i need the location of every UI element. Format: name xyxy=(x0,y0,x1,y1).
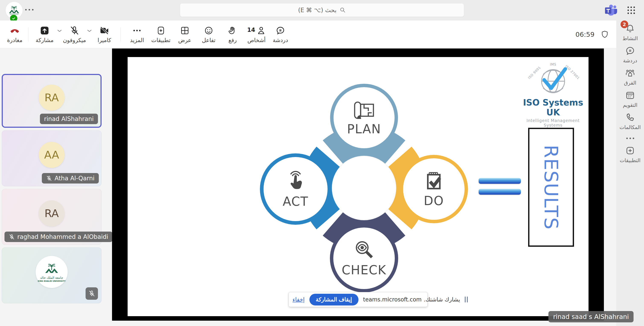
pdca-check-circle: CHECK xyxy=(330,224,398,292)
rail-more-button[interactable] xyxy=(626,138,634,139)
window-more-menu[interactable] xyxy=(25,9,34,11)
profile-avatar[interactable] xyxy=(6,2,22,19)
apps-plus-icon xyxy=(156,25,166,36)
raise-label: رفع xyxy=(228,37,237,43)
pdca-plan-label: PLAN xyxy=(347,122,381,136)
people-icon xyxy=(256,26,266,36)
rail-item-calendar[interactable]: التقويم xyxy=(616,90,644,108)
university-logo-icon xyxy=(43,262,60,276)
rail-item-calls[interactable]: المكالمات xyxy=(616,112,644,130)
globe-check-icon xyxy=(520,65,586,97)
banner-grip-icon[interactable] xyxy=(465,296,468,302)
chevron-down-icon[interactable] xyxy=(86,28,92,34)
apps-button[interactable]: تطبيقات xyxy=(149,25,173,43)
apps-plus-icon xyxy=(625,145,635,156)
more-dots-icon xyxy=(132,25,142,36)
rail-item-apps[interactable]: التطبيقات xyxy=(616,145,644,163)
activity-badge: 2 xyxy=(620,21,628,28)
app-rail: 2 النشاط دردشة الفرق التقويم xyxy=(616,21,644,326)
logo-subtitle: Intelligent Management Systems xyxy=(520,118,586,128)
participant-name-tag: raghad Mohammed a AlObaidi xyxy=(4,232,112,242)
teams-app-icon[interactable] xyxy=(604,4,618,17)
participant-tile[interactable]: RA rinad AlShahrani xyxy=(2,74,102,128)
apps-label: تطبيقات xyxy=(151,37,170,43)
react-button[interactable]: تفاعل xyxy=(197,25,221,43)
avatar: RA xyxy=(38,85,65,111)
people-count: 14 xyxy=(247,27,255,33)
leave-label: مغادرة xyxy=(7,37,22,43)
logo-arc-text: IMS xyxy=(550,63,556,67)
touch-icon xyxy=(284,169,307,193)
app-launcher-icon[interactable] xyxy=(626,5,636,15)
rail-item-chat[interactable]: دردشة xyxy=(616,45,644,64)
shared-screen-stage: ISO 9001 IMS ISO 27001 ISO Systems UK xyxy=(112,49,604,321)
rail-label-apps: التطبيقات xyxy=(620,157,640,163)
chevron-down-icon[interactable] xyxy=(56,28,62,34)
people-group-icon xyxy=(625,68,635,79)
share-button[interactable]: مشاركة xyxy=(33,25,56,43)
avatar: RA xyxy=(38,200,65,226)
leave-button[interactable]: مغادرة xyxy=(6,25,24,43)
stop-sharing-button[interactable]: إيقاف المشاركة xyxy=(310,294,358,305)
sharing-message: teams.microsoft.com يشارك شاشتك. xyxy=(363,296,460,303)
toolbar-divider xyxy=(28,27,28,42)
university-logo-avatar: جامعة الملك خالد KING KHALID UNIVERSITY xyxy=(36,256,68,288)
people-button[interactable]: 14 أشخاص xyxy=(244,25,268,43)
iso-systems-logo: ISO 9001 IMS ISO 27001 ISO Systems UK xyxy=(520,62,586,128)
mic-muted-icon xyxy=(46,175,52,181)
hide-link[interactable]: إخفاء xyxy=(292,296,305,303)
teams-meeting-window: بحث (⌥ ⌘ E) مغادرة xyxy=(0,0,644,326)
magnifier-eye-icon xyxy=(353,239,375,261)
microphone-label: ميكروفون xyxy=(63,37,86,43)
pdca-act-label: ACT xyxy=(283,194,308,209)
rail-item-activity[interactable]: 2 النشاط xyxy=(616,23,644,42)
chat-label: دردشة xyxy=(273,37,288,43)
calendar-icon xyxy=(625,90,635,101)
results-label: RESULTS xyxy=(540,145,562,230)
search-input[interactable]: بحث (⌥ ⌘ E) xyxy=(180,3,464,17)
people-label: أشخاص xyxy=(247,37,266,43)
shield-icon[interactable] xyxy=(600,30,609,39)
logo-title: ISO Systems UK xyxy=(520,98,586,117)
microphone-button[interactable]: ميكروفون xyxy=(62,25,86,43)
more-button[interactable]: المزيد xyxy=(125,25,149,43)
view-label: عرض xyxy=(178,37,191,43)
pdca-do-circle: DO xyxy=(400,155,468,223)
more-label: المزيد xyxy=(130,37,144,43)
meeting-timer: 06:59 xyxy=(576,31,594,38)
chat-bubble-icon xyxy=(625,45,635,56)
clipboard-check-icon xyxy=(423,170,445,192)
mic-muted-badge xyxy=(86,287,98,300)
camera-button[interactable]: كاميرا xyxy=(92,25,116,43)
presenter-name-tag: rinad saad s AlShahrani xyxy=(548,311,634,322)
participant-name-tag: rinad AlShahrani xyxy=(40,114,98,124)
rail-item-teams[interactable]: الفرق xyxy=(616,68,644,86)
participant-tile[interactable]: AA Atha Al-Qarni xyxy=(2,130,102,186)
smiley-icon xyxy=(204,25,214,36)
blueprint-icon xyxy=(351,99,377,121)
mic-muted-icon xyxy=(9,234,15,240)
camera-label: كاميرا xyxy=(98,37,111,43)
rail-label-calendar: التقويم xyxy=(623,102,638,108)
rail-label-calls: المكالمات xyxy=(620,124,641,130)
share-label: مشاركة xyxy=(36,37,54,43)
pdca-do-label: DO xyxy=(424,194,444,208)
results-box: RESULTS xyxy=(528,128,574,247)
search-placeholder: بحث (⌥ ⌘ E) xyxy=(298,7,336,14)
view-button[interactable]: عرض xyxy=(173,25,197,43)
participant-tile[interactable]: RA raghad Mohammed a AlObaidi xyxy=(2,189,102,245)
phone-icon xyxy=(625,112,635,123)
sharing-banner: إخفاء إيقاف المشاركة teams.microsoft.com… xyxy=(288,292,428,307)
chat-bubble-icon xyxy=(276,25,285,36)
camera-off-icon xyxy=(99,25,110,36)
raise-hand-button[interactable]: رفع xyxy=(221,25,244,43)
share-active-icon xyxy=(40,25,50,36)
rail-label-chat: دردشة xyxy=(623,58,637,64)
pdca-check-label: CHECK xyxy=(342,263,386,277)
hangup-icon xyxy=(9,25,20,36)
shared-slide: ISO 9001 IMS ISO 27001 ISO Systems UK xyxy=(128,57,588,316)
chat-button[interactable]: دردشة xyxy=(268,25,292,43)
participant-tile[interactable]: جامعة الملك خالد KING KHALID UNIVERSITY xyxy=(2,247,102,303)
rail-label-activity: النشاط xyxy=(622,36,638,42)
avatar: AA xyxy=(38,142,65,168)
